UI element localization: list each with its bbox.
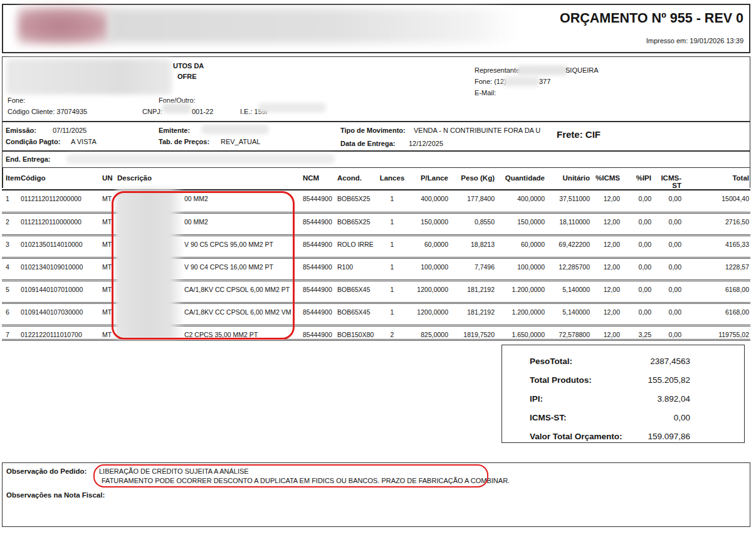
totals-row-icms-st: ICMS-ST: 0,00 [502, 408, 744, 427]
peso-total-label: PesoTotal: [530, 357, 572, 366]
col-header-ipi: %IPI [621, 168, 653, 190]
emitente-label: Emitente: [159, 127, 190, 134]
redacted-cnpj [162, 103, 191, 113]
cell-icms-st: 0,00 [653, 280, 683, 303]
cell-acond: BOB65X25 [332, 190, 379, 212]
cell-total: 6168,00 [683, 280, 750, 303]
col-header-descricao: Descrição [115, 168, 298, 190]
col-header-quantidade: Quantidade [496, 168, 546, 190]
cell-lances: 1 [379, 258, 406, 280]
cell-item: 6 [2, 303, 19, 325]
cell-total: 15004,40 [683, 190, 750, 212]
cell-icms: 12,00 [591, 212, 621, 235]
totals-row-peso: PesoTotal: 2387,4563 [502, 352, 744, 370]
redacted-customer-name [6, 59, 172, 95]
emissao-value: 07/11/2025 [53, 127, 87, 134]
cell-ipi: 0,00 [621, 190, 653, 212]
cell-codigo: 01121120112000000 [19, 190, 98, 212]
cell-unitario: 37,511000 [546, 190, 591, 212]
col-header-p-lance: P/Lance [406, 168, 449, 190]
cell-codigo: 01221220111010700 [19, 325, 98, 340]
description-annotation-outline [112, 191, 295, 340]
cell-ipi: 0,00 [621, 235, 653, 258]
cell-icms-st: 0,00 [653, 325, 683, 340]
cell-item: 7 [2, 325, 19, 340]
rep-fone-prefix: Fone: (12) [475, 78, 507, 85]
cell-quantidade: 1.200,0000 [496, 303, 546, 325]
total-produtos-value: 155.205,82 [648, 375, 690, 385]
cell-lances: 1 [379, 280, 406, 303]
representante-suffix: SIQUEIRA [565, 66, 599, 74]
condicao-pagto-value: A VISTA [71, 138, 97, 145]
data-entrega-value: 12/12/2025 [409, 140, 443, 147]
col-header-acond: Acond. [332, 168, 379, 190]
col-header-icms-st: ICMS-ST [653, 168, 683, 190]
cell-lances: 1 [379, 303, 406, 325]
cell-p-lance: 825,0000 [406, 325, 449, 340]
cell-total: 1228,57 [683, 258, 750, 280]
cell-unitario: 12,285700 [546, 258, 591, 280]
data-entrega-label: Data de Entrega: [340, 140, 395, 147]
icms-st-value: 0,00 [674, 413, 690, 422]
totals-row-ipi: IPI: 3.892,04 [502, 389, 744, 408]
cell-p-lance: 100,0000 [406, 258, 449, 280]
email-label: E-Mail: [475, 89, 496, 96]
end-entrega-label: End. Entrega: [6, 155, 51, 163]
cell-ipi: 0,00 [621, 258, 653, 280]
col-header-ncm: NCM [298, 168, 332, 190]
cnpj-label: CNPJ: [142, 108, 162, 115]
redacted-company-info [108, 8, 518, 43]
cell-icms-st: 0,00 [653, 190, 683, 212]
cell-unitario: 5,140000 [546, 303, 591, 325]
total-produtos-label: Total Produtos: [530, 375, 592, 385]
totals-box: PesoTotal: 2387,4563 Total Produtos: 155… [501, 345, 745, 443]
cell-quantidade: 1.650,0000 [496, 325, 546, 340]
cell-unitario: 5,140000 [546, 280, 591, 303]
cell-icms-st: 0,00 [653, 303, 683, 325]
redacted-end-entrega [66, 154, 335, 164]
col-header-item: Item [2, 168, 19, 190]
emissao-label: Emissão: [6, 127, 36, 134]
col-header-lances: Lances [379, 168, 406, 190]
cell-item: 4 [2, 258, 19, 280]
tipo-movimento-label: Tipo de Movimento: [340, 127, 406, 134]
cell-p-lance: 60,0000 [406, 235, 449, 258]
cell-unitario: 18,110000 [546, 212, 591, 235]
ipi-value: 3.892,04 [657, 394, 690, 404]
cell-icms: 12,00 [591, 258, 621, 280]
cell-codigo: 01021340109010000 [19, 258, 98, 280]
valor-total-value: 159.097,86 [648, 432, 690, 441]
cell-acond: BOB65X45 [332, 303, 379, 325]
tab-precos-value: REV_ATUAL [221, 138, 260, 145]
document-title: ORÇAMENTO Nº 955 - REV 0 [560, 11, 743, 26]
cell-icms: 12,00 [591, 303, 621, 325]
cell-p-lance: 400,0000 [406, 190, 449, 212]
cell-ipi: 3,25 [621, 325, 653, 340]
cell-ncm: 85444900 [298, 235, 332, 258]
redacted-company-logo [18, 7, 112, 44]
cell-quantidade: 60,0000 [496, 235, 546, 258]
cell-p-lance: 1200,0000 [406, 303, 449, 325]
cell-quantidade: 100,0000 [496, 258, 546, 280]
cell-codigo: 01091440107010000 [19, 280, 98, 303]
cell-peso: 18,8213 [449, 235, 496, 258]
cell-peso: 181,2192 [449, 303, 496, 325]
cell-p-lance: 150,0000 [406, 212, 449, 235]
cell-acond: BOB150X80 [332, 325, 379, 340]
totals-row-produtos: Total Produtos: 155.205,82 [502, 370, 744, 389]
redacted-representante [517, 65, 568, 75]
rep-fone-suffix: 377 [539, 78, 550, 85]
cell-ncm: 85444900 [298, 280, 332, 303]
cell-unitario: 72,578800 [546, 325, 591, 340]
cell-quantidade: 400,0000 [496, 190, 546, 212]
cell-quantidade: 1.200,0000 [496, 280, 546, 303]
representante-label: Representante: [475, 66, 522, 74]
cell-lances: 1 [379, 212, 406, 235]
redacted-rep-fone [503, 76, 540, 86]
col-header-peso: Peso (Kg) [449, 168, 496, 190]
cell-icms-st: 0,00 [653, 235, 683, 258]
valor-total-label: Valor Total Orçamento: [530, 432, 622, 441]
cell-acond: ROLO IRRE [332, 235, 379, 258]
cell-ncm: 85444900 [298, 190, 332, 212]
cell-lances: 1 [379, 235, 406, 258]
